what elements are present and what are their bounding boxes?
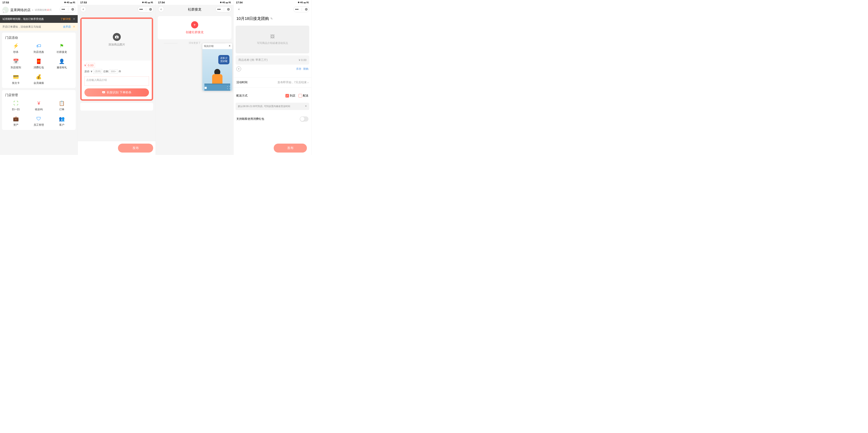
intro-popup: 玩法介绍 ✕ 进多少 货好呢 ▮▮ ⛶ (203, 43, 232, 91)
grid-item[interactable]: 📋订单 (51, 100, 72, 111)
miniprogram-capsule[interactable]: ••• (216, 6, 231, 12)
close-icon[interactable]: ✕ (228, 44, 230, 48)
feature-label: 会员储值 (34, 81, 44, 85)
limit-link[interactable]: 限购 (303, 67, 308, 71)
feature-icon: ⚡ (13, 43, 19, 49)
grid-item[interactable]: 👤邀请有礼 (51, 59, 72, 69)
original-price-input[interactable]: (选填) (93, 69, 102, 74)
plus-icon[interactable]: + (191, 21, 198, 28)
menu-dots-icon[interactable]: ••• (295, 7, 299, 11)
menu-dots-icon[interactable]: ••• (62, 7, 65, 11)
feature-icon: 🛡 (36, 116, 41, 122)
add-button[interactable]: + (236, 66, 241, 71)
grid-item[interactable]: 🏷到店优惠 (28, 43, 50, 54)
miniprogram-capsule[interactable]: ••• (293, 6, 309, 12)
close-icon[interactable]: ✕ (305, 105, 307, 108)
product-card: 添加商品图片 ¥0.00 原价 ¥ (选填) 仅剩 999+ 件 点击输入商品介… (80, 18, 153, 101)
feature-icon: ⛶ (13, 100, 19, 106)
menu-dots-icon[interactable]: ••• (217, 7, 221, 11)
pause-icon[interactable]: ▮▮ (205, 86, 206, 90)
close-target-icon[interactable] (71, 8, 74, 10)
price-display: ¥ 0.00 (299, 58, 307, 62)
delivery-checkbox[interactable]: 配送 (299, 94, 308, 97)
screen-create-flash-sale: 17:53 ❄ 4G ▬91 ••• ‹ 添加商品图片 ¥0.00 原价 ¥ (… (78, 0, 156, 155)
close-target-icon[interactable] (305, 8, 308, 10)
feature-label: 消费红包 (34, 66, 44, 69)
fullscreen-icon[interactable]: ⛶ (227, 86, 230, 90)
shop-avatar[interactable]: ⌂ (2, 7, 9, 13)
add-product-row: + 库存 限购 (236, 66, 308, 71)
manage-card: 门店管理 ⛶扫一扫¥收款码📋订单💼资产🛡员工管理👥客户 (2, 90, 76, 130)
grid-item[interactable]: ¥收款码 (28, 100, 50, 111)
grid-item[interactable]: ⚡秒杀 (5, 43, 27, 54)
product-name-row[interactable]: 商品名称 (例: 苹果三斤) ¥ 0.00 (236, 55, 309, 65)
screen-community-chain: 17:54 ❄ 4G ▬91 ••• ‹ 社群接龙 + 创建社群接龙 没有更多了… (156, 0, 234, 155)
section-title: 门店活动 (5, 36, 72, 40)
grid-item[interactable]: 💼资产 (5, 116, 27, 127)
feature-icon: 👥 (59, 116, 65, 122)
grid-item[interactable]: 🧧消费红包 (28, 59, 50, 69)
delivery-row: 配送方式 ✓到店 配送 (234, 91, 311, 101)
close-icon[interactable]: ✕ (73, 17, 75, 21)
screen-shop-home: 17:53 ❄ 4G ▬91 ••• ⌂ 蓝果网络的店 › 试用期仅剩10天 试… (0, 0, 78, 155)
grid-item[interactable]: ⛶扫一扫 (5, 100, 27, 111)
miniprogram-capsule[interactable]: ••• (138, 6, 154, 12)
grid-item[interactable]: 📅到店签到 (5, 59, 27, 69)
intro-video[interactable]: 进多少 货好呢 ▮▮ ⛶ (203, 49, 232, 91)
feature-label: 资产 (13, 123, 19, 127)
grid-item[interactable]: ⚑社群接龙 (51, 43, 72, 54)
stock-input[interactable]: 999+ (110, 69, 117, 73)
home-icon: ⌂ (2, 10, 6, 13)
grid-item[interactable]: 🛡员工管理 (28, 116, 50, 127)
feature-icon: 📋 (59, 100, 65, 106)
feature-label: 秒杀 (13, 50, 19, 54)
status-bar: 17:53 ❄ 4G ▬91 (0, 0, 78, 5)
redpack-toggle[interactable] (300, 116, 308, 122)
time: 17:53 (2, 1, 9, 4)
create-chain-card[interactable]: + 创建社群接龙 (158, 16, 231, 39)
stock-link[interactable]: 库存 (296, 67, 301, 71)
close-target-icon[interactable] (149, 8, 152, 10)
enable-link[interactable]: 去开启 (63, 25, 71, 29)
pickup-checkbox[interactable]: ✓到店 (285, 94, 296, 97)
section-title: 门店管理 (5, 93, 72, 97)
popup-title: 玩法介绍 (204, 44, 214, 48)
feature-label: 订单 (59, 107, 64, 111)
publish-button[interactable]: 发布 (118, 144, 153, 153)
status-bar: 17:54 ❄ 4G ▬91 (234, 0, 311, 5)
grid-item[interactable]: 👥客户 (51, 116, 72, 127)
feature-label: 到店优惠 (34, 50, 44, 54)
grid-item[interactable]: 💰会员储值 (28, 74, 50, 85)
image-upload-zone[interactable]: 添加商品图片 (82, 19, 152, 61)
feature-icon: 🏷 (36, 43, 41, 49)
status-bar: 17:54 ❄ 4G ▬91 (156, 0, 234, 5)
feature-label: 员工管理 (34, 123, 44, 127)
grid-item[interactable]: 💳发次卡 (5, 74, 27, 85)
extra-card (80, 103, 153, 111)
expiry-banner: 试用期即将到期，现在订购享受优惠 了解详情 ✕ (0, 15, 78, 23)
edit-icon[interactable]: ✎ (270, 17, 273, 21)
camera-icon[interactable] (113, 33, 121, 41)
learn-more-link[interactable]: 了解详情 (60, 17, 71, 21)
form-title[interactable]: 10月18日接龙团购 ✎ (234, 13, 311, 24)
trial-info: 试用期仅剩10天 (35, 8, 52, 12)
feature-label: 邀请有礼 (57, 66, 67, 69)
activity-time-row[interactable]: 活动时间 发布即开始，7天后结束› (234, 77, 311, 88)
close-icon[interactable]: ✕ (73, 25, 75, 29)
longpress-order-button[interactable]: 长按识别 下单秒杀 (85, 88, 149, 96)
back-button[interactable]: ‹ (80, 6, 86, 12)
shop-name: 蓝果网络的店 (10, 8, 31, 12)
menu-dots-icon[interactable]: ••• (140, 7, 143, 11)
publish-button[interactable]: 发布 (274, 144, 307, 153)
price-field[interactable]: ¥0.00 (82, 61, 152, 68)
intro-upload-zone[interactable]: 🖼 写写商品介绍或者活动买点 (236, 26, 309, 54)
svg-point-4 (103, 91, 105, 93)
description-input[interactable]: 点击输入商品介绍 (85, 76, 149, 86)
feature-label: 客户 (59, 123, 64, 127)
back-button[interactable]: ‹ (158, 6, 164, 12)
feature-label: 社群接龙 (57, 50, 67, 54)
back-button[interactable]: ‹ (236, 6, 242, 12)
feature-label: 收款码 (35, 107, 43, 111)
close-target-icon[interactable] (227, 8, 229, 10)
miniprogram-capsule[interactable]: ••• (60, 6, 76, 12)
